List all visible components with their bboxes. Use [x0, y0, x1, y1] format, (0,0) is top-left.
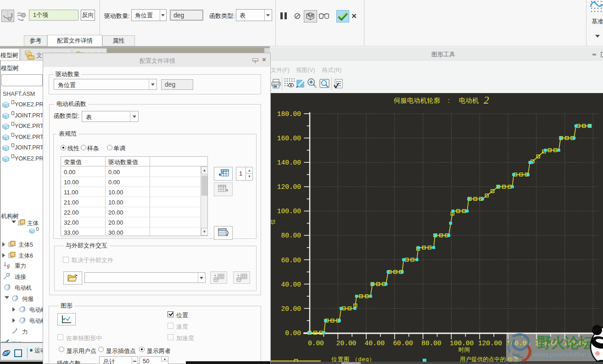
svg-text:20.00: 20.00	[336, 340, 357, 347]
svg-text:60.00: 60.00	[281, 257, 301, 264]
svg-text:40.00: 40.00	[281, 281, 301, 288]
svg-text:40.00: 40.00	[365, 340, 385, 347]
svg-text:100.00: 100.00	[450, 340, 474, 347]
svg-text:80.00: 80.00	[281, 232, 301, 239]
svg-text:180.00: 180.00	[277, 110, 301, 118]
svg-text:140.00: 140.00	[277, 159, 301, 166]
svg-text:100.00: 100.00	[277, 208, 301, 215]
svg-text:www.proewildfire.cn: www.proewildfire.cn	[532, 350, 596, 358]
svg-text:160.00: 160.00	[277, 135, 301, 142]
svg-text:位置图 （deg）: 位置图 （deg）	[331, 356, 375, 362]
svg-text:60.00: 60.00	[393, 340, 413, 347]
svg-text:g: g	[7, 262, 10, 269]
svg-text:0.00: 0.00	[308, 340, 324, 347]
svg-text::: :	[448, 97, 450, 104]
svg-text:用户提供的点中的 位置: 用户提供的点中的 位置	[460, 356, 519, 362]
svg-text:20.00: 20.00	[281, 305, 301, 313]
svg-text:时间: 时间	[458, 347, 470, 353]
svg-text:电动机: 电动机	[459, 97, 479, 104]
svg-text:2: 2	[484, 94, 489, 106]
svg-text:80.00: 80.00	[421, 340, 441, 347]
svg-text:120.00: 120.00	[277, 183, 301, 191]
svg-text:120.00: 120.00	[478, 340, 502, 347]
svg-text:0.00: 0.00	[285, 330, 301, 337]
svg-text:伺服电动机轮廓: 伺服电动机轮廓	[393, 97, 441, 104]
svg-text:野火论坛: 野火论坛	[537, 335, 593, 351]
